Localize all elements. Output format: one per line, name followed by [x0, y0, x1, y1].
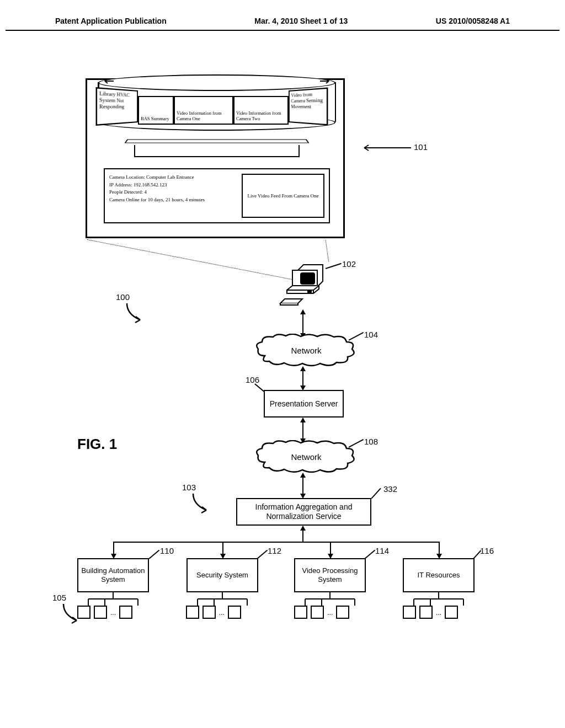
security-label: Security System [196, 571, 248, 580]
ref-112: 112 [268, 546, 281, 555]
detail-people: People Detected: 4 [109, 189, 236, 196]
ref-lead [371, 488, 381, 499]
presentation-server-box: Presentation Server [264, 390, 344, 417]
ref-curve-arrow-icon [58, 603, 86, 625]
detail-panel: Camera Location: Computer Lab Entrance I… [104, 168, 330, 223]
down-arrow [222, 542, 223, 558]
ref-arrow-icon [359, 143, 414, 153]
ref-104: 104 [364, 330, 378, 339]
ref-332: 332 [383, 484, 397, 494]
ref-103: 103 [182, 483, 196, 492]
child-box [186, 606, 199, 619]
ref-curve-arrow-icon [188, 493, 215, 515]
child-box [94, 606, 107, 619]
bas-box: Building Automation System [77, 558, 149, 592]
ref-110: 110 [160, 546, 174, 555]
bas-label: Building Automation System [81, 566, 146, 584]
child-box [294, 606, 307, 619]
video-box: Video Processing System [294, 558, 366, 592]
header-center: Mar. 4, 2010 Sheet 1 of 13 [254, 17, 348, 25]
detail-uptime: Camera Online for 10 days, 21 hours, 4 m… [109, 196, 236, 204]
child-group: ... [294, 606, 366, 619]
ellipsis: ... [110, 609, 116, 617]
svg-rect-1 [308, 291, 311, 292]
ui-mockup-panel: Library HVAC System Not Responding BAS S… [86, 78, 345, 238]
down-arrow [330, 542, 331, 558]
detail-video-feed[interactable]: Live Video Feed From Camera One [242, 174, 324, 218]
carousel-items: Library HVAC System Not Responding BAS S… [98, 93, 335, 127]
security-box: Security System [186, 558, 258, 592]
ref-114: 114 [375, 546, 389, 555]
bi-arrow [302, 418, 303, 443]
it-box: IT Resources [403, 558, 475, 592]
carousel-item-bas[interactable]: BAS Summary [138, 96, 174, 125]
child-box [119, 606, 132, 619]
detail-ip: IP Address: 192.168.542.123 [109, 181, 236, 189]
ref-105: 105 [52, 593, 66, 602]
header-right: US 2010/0058248 A1 [436, 17, 510, 25]
child-box [403, 606, 416, 619]
carousel-top-ring [98, 74, 335, 91]
network-label: Network [291, 346, 322, 355]
ref-lead [257, 550, 268, 559]
ref-lead [365, 550, 375, 559]
header-left: Patent Application Publication [55, 17, 167, 25]
child-box [228, 606, 241, 619]
it-label: IT Resources [417, 571, 460, 580]
ref-curve-arrow-icon [121, 302, 149, 324]
page: Patent Application Publication Mar. 4, 2… [0, 0, 565, 728]
child-group: ... [403, 606, 475, 619]
ref-lead [149, 550, 159, 559]
h-distrib-line [113, 542, 439, 543]
ref-lead [326, 263, 342, 269]
projection-line [87, 239, 303, 282]
aggregation-box: Information Aggregation and Normalizatio… [236, 498, 371, 526]
child-box [445, 606, 458, 619]
ref-100: 100 [116, 292, 130, 302]
ellipsis: ... [436, 609, 441, 617]
carousel: Library HVAC System Not Responding BAS S… [98, 74, 335, 146]
network-cloud-icon: Network [254, 334, 359, 368]
child-box [336, 606, 349, 619]
child-group: ... [186, 606, 258, 619]
projection-line [326, 239, 329, 261]
ref-108: 108 [364, 437, 378, 446]
ellipsis: ... [327, 609, 333, 617]
bi-arrow [302, 473, 303, 498]
detail-location: Camera Location: Computer Lab Entrance [109, 174, 236, 181]
carousel-item-cam1[interactable]: Video Information from Camera One [174, 96, 233, 125]
svg-rect-0 [301, 273, 315, 284]
up-arrow [302, 526, 303, 542]
down-arrow [439, 542, 440, 558]
child-group: ... [77, 606, 149, 619]
carousel-item-motion[interactable]: Video from Camera Sensing Movement [289, 87, 328, 125]
network-label: Network [291, 452, 322, 462]
carousel-item-hvac[interactable]: Library HVAC System Not Responding [95, 87, 138, 126]
child-boxes-row: ... ... ... ... [77, 606, 475, 619]
child-box [419, 606, 433, 619]
carousel-pedestal [126, 137, 308, 159]
ellipsis: ... [219, 609, 225, 617]
figure-label: FIG. 1 [77, 436, 117, 453]
down-arrow [113, 542, 114, 558]
computer-icon [276, 259, 326, 309]
aggregation-label: Information Aggregation and Normalizatio… [239, 502, 368, 521]
presentation-label: Presentation Server [270, 399, 338, 409]
ref-106: 106 [246, 375, 259, 384]
bi-arrow [302, 367, 303, 390]
ref-101: 101 [414, 142, 428, 152]
page-header: Patent Application Publication Mar. 4, 2… [6, 0, 559, 31]
carousel-item-cam2[interactable]: Video Information from Camera Two [233, 96, 289, 125]
ref-102: 102 [342, 259, 356, 269]
ref-116: 116 [480, 546, 494, 555]
video-label: Video Processing System [297, 566, 363, 584]
network-cloud-icon: Network [254, 440, 359, 474]
ref-lead [255, 383, 265, 392]
child-box [311, 606, 324, 619]
child-box [202, 606, 216, 619]
detail-text: Camera Location: Computer Lab Entrance I… [109, 174, 236, 218]
